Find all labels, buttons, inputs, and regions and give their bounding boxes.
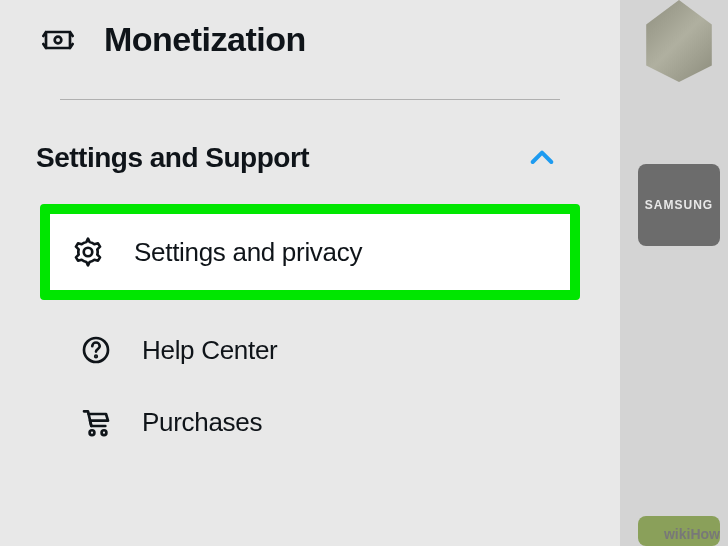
watermark: wikiHow xyxy=(664,526,720,542)
chevron-up-icon xyxy=(524,140,560,176)
help-icon xyxy=(78,332,114,368)
svg-rect-0 xyxy=(46,32,70,48)
section-label: Settings and Support xyxy=(36,142,309,174)
cart-icon xyxy=(78,404,114,440)
menu-item-monetization[interactable]: Monetization xyxy=(0,0,620,79)
settings-privacy-label: Settings and privacy xyxy=(134,237,362,268)
thumbnail-image[interactable] xyxy=(638,0,720,82)
svg-point-4 xyxy=(95,356,97,358)
svg-point-2 xyxy=(84,248,93,257)
menu-item-settings-privacy[interactable]: Settings and privacy xyxy=(50,214,570,290)
svg-point-1 xyxy=(55,36,62,43)
section-header-settings-support[interactable]: Settings and Support xyxy=(0,120,620,196)
svg-point-5 xyxy=(90,430,95,435)
help-center-label: Help Center xyxy=(142,335,277,366)
gear-icon xyxy=(70,234,106,270)
thumbnail-samsung[interactable]: SAMSUNG xyxy=(638,164,720,246)
divider xyxy=(60,99,560,100)
svg-point-6 xyxy=(102,430,107,435)
menu-lower-group: Help Center Purchases xyxy=(0,314,620,458)
menu-panel: Monetization Settings and Support Settin… xyxy=(0,0,620,546)
money-icon xyxy=(40,22,76,58)
highlight-box: Settings and privacy xyxy=(40,204,580,300)
samsung-logo-text: SAMSUNG xyxy=(645,198,713,212)
right-thumbnail-strip: SAMSUNG xyxy=(620,0,728,546)
purchases-label: Purchases xyxy=(142,407,262,438)
monetization-label: Monetization xyxy=(104,20,306,59)
menu-item-purchases[interactable]: Purchases xyxy=(18,386,620,458)
menu-item-help-center[interactable]: Help Center xyxy=(18,314,620,386)
